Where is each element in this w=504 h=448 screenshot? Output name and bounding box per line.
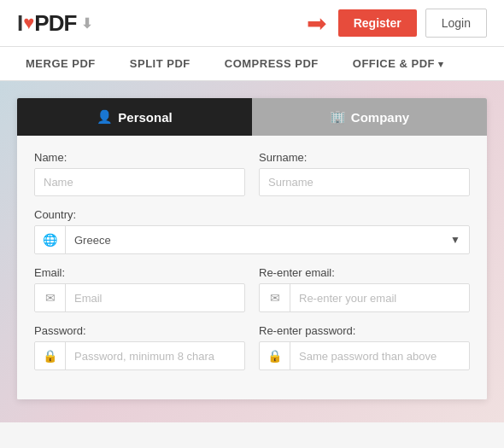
reenter-password-group: Re-enter password: 🔒 <box>259 324 470 370</box>
personal-icon: 👤 <box>97 109 113 125</box>
country-label: Country: <box>34 208 470 221</box>
reenter-email-input[interactable] <box>290 285 469 311</box>
email-input-wrapper: ✉ <box>34 283 245 312</box>
nav-item-compress-pdf[interactable]: COMPRESS PDF <box>208 47 336 80</box>
personal-label: Personal <box>118 110 172 125</box>
company-icon: 🏢 <box>330 109 346 125</box>
arrow-icon: ➡ <box>307 9 326 38</box>
country-group: Country: 🌐 Greece United States United K… <box>34 208 470 254</box>
email-row: Email: ✉ Re-enter email: ✉ <box>34 266 470 312</box>
country-select[interactable]: Greece United States United Kingdom <box>66 227 442 253</box>
country-row: Country: 🌐 Greece United States United K… <box>34 208 470 254</box>
surname-input-wrapper <box>259 168 470 196</box>
name-input-wrapper <box>34 168 245 196</box>
surname-label: Surname: <box>259 151 470 164</box>
header: I ♥ PDF ⬇ ➡ Register Login <box>0 0 504 47</box>
download-icon: ⬇ <box>81 15 91 32</box>
logo-i: I <box>17 10 22 37</box>
tab-personal[interactable]: 👤 Personal <box>17 98 252 136</box>
registration-form-card: 👤 Personal 🏢 Company Name: Surname: <box>17 98 487 399</box>
reenter-email-label: Re-enter email: <box>259 266 470 279</box>
register-button[interactable]: Register <box>338 9 417 37</box>
header-actions: ➡ Register Login <box>307 9 487 38</box>
reenter-email-group: Re-enter email: ✉ <box>259 266 470 312</box>
navigation: MERGE PDF SPLIT PDF COMPRESS PDF OFFICE … <box>0 47 504 81</box>
logo-pdf: PDF <box>34 10 76 37</box>
reenter-password-input-wrapper: 🔒 <box>259 341 470 370</box>
reenter-email-icon: ✉ <box>260 284 290 311</box>
globe-icon: 🌐 <box>35 226 66 253</box>
nav-item-split-pdf[interactable]: SPLIT PDF <box>113 47 208 80</box>
surname-group: Surname: <box>259 151 470 196</box>
nav-item-office-pdf[interactable]: OFFICE & PDF <box>336 47 460 80</box>
name-group: Name: <box>34 151 245 196</box>
name-label: Name: <box>34 151 245 164</box>
tab-company[interactable]: 🏢 Company <box>252 98 487 136</box>
reenter-password-label: Re-enter password: <box>259 324 470 337</box>
email-group: Email: ✉ <box>34 266 245 312</box>
form-body: Name: Surname: Country: 🌐 <box>17 136 487 399</box>
company-label: Company <box>351 110 409 125</box>
name-row: Name: Surname: <box>34 151 470 196</box>
logo-heart: ♥ <box>23 12 33 34</box>
logo: I ♥ PDF ⬇ <box>17 10 91 37</box>
password-label: Password: <box>34 324 245 337</box>
password-row: Password: 🔒 Re-enter password: 🔒 <box>34 324 470 370</box>
email-input[interactable] <box>66 285 244 311</box>
reenter-email-input-wrapper: ✉ <box>259 283 470 312</box>
email-icon: ✉ <box>35 284 66 311</box>
password-input[interactable] <box>66 343 244 369</box>
login-button[interactable]: Login <box>425 9 487 38</box>
password-input-wrapper: 🔒 <box>34 341 245 370</box>
reenter-password-input[interactable] <box>290 343 469 369</box>
surname-input[interactable] <box>260 169 469 195</box>
tab-row: 👤 Personal 🏢 Company <box>17 98 487 136</box>
nav-item-merge-pdf[interactable]: MERGE PDF <box>9 47 113 80</box>
name-input[interactable] <box>35 169 244 195</box>
country-select-wrapper: 🌐 Greece United States United Kingdom ▼ <box>34 225 470 254</box>
hero-section: 👤 Personal 🏢 Company Name: Surname: <box>0 81 504 422</box>
chevron-down-icon: ▼ <box>442 234 469 246</box>
lock-icon: 🔒 <box>35 342 66 369</box>
email-label: Email: <box>34 266 245 279</box>
password-group: Password: 🔒 <box>34 324 245 370</box>
reenter-lock-icon: 🔒 <box>260 342 290 369</box>
